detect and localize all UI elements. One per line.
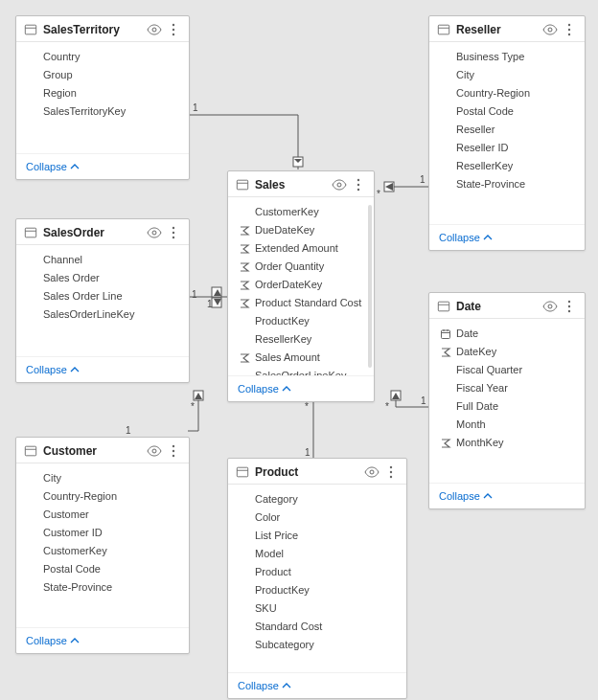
field-item[interactable]: ResellerKey [228, 330, 374, 349]
table-card-reseller[interactable]: Reseller Business Type City Country-Regi… [428, 15, 586, 251]
field-item[interactable]: Sales Order [16, 269, 189, 287]
field-item[interactable]: Reseller ID [429, 139, 585, 157]
collapse-link[interactable]: Collapse [26, 635, 80, 646]
field-item[interactable]: Month [429, 416, 585, 434]
more-options-icon[interactable] [166, 22, 181, 37]
svg-point-44 [172, 445, 174, 447]
field-item[interactable]: Channel [16, 251, 189, 269]
table-card-sales[interactable]: Sales CustomerKeyDueDateKeyExtended Amou… [227, 170, 375, 402]
field-item[interactable]: Country-Region [429, 84, 585, 102]
field-item[interactable]: Product [228, 563, 406, 581]
svg-point-16 [568, 24, 570, 26]
field-item[interactable]: Standard Cost [228, 618, 406, 636]
field-item[interactable]: DueDateKey [228, 221, 374, 239]
visibility-icon[interactable] [147, 443, 162, 459]
svg-point-27 [337, 183, 341, 187]
chevron-up-icon [282, 384, 291, 394]
field-item[interactable]: Group [16, 66, 189, 84]
svg-point-45 [172, 450, 174, 452]
scrollbar[interactable] [368, 205, 372, 368]
visibility-icon[interactable] [364, 464, 380, 480]
field-item[interactable]: ResellerKey [429, 157, 585, 175]
card-title: Customer [43, 444, 143, 458]
field-item[interactable]: Customer [16, 506, 189, 524]
field-item[interactable]: List Price [228, 527, 406, 545]
field-item[interactable]: Category [228, 490, 406, 508]
svg-point-28 [357, 179, 359, 181]
collapse-link[interactable]: Collapse [26, 161, 80, 172]
card-header: SalesOrder [16, 219, 189, 245]
field-item[interactable]: Country-Region [16, 487, 189, 506]
field-item[interactable]: Subcategory [228, 636, 406, 654]
field-item[interactable]: State-Province [429, 175, 585, 193]
collapse-link[interactable]: Collapse [439, 232, 493, 243]
field-item[interactable]: Fiscal Year [429, 379, 585, 397]
more-options-icon[interactable] [166, 225, 181, 240]
field-item[interactable]: Fiscal Quarter [429, 361, 585, 379]
sigma-icon [238, 260, 251, 274]
field-label: Full Date [456, 398, 498, 415]
model-canvas[interactable]: 1 * 1 * 1 1 1 * 1 * 1 * SalesTerritory C… [0, 0, 598, 700]
visibility-icon[interactable] [147, 22, 162, 37]
collapse-link[interactable]: Collapse [26, 364, 80, 375]
field-item[interactable]: Reseller [429, 121, 585, 139]
field-item[interactable]: ProductKey [228, 581, 406, 599]
svg-point-51 [390, 471, 392, 473]
field-item[interactable]: MonthKey [429, 434, 585, 452]
table-card-salesorder[interactable]: SalesOrder Channel Sales Order Sales Ord… [15, 218, 190, 383]
field-item[interactable]: State-Province [16, 578, 189, 597]
field-item[interactable]: OrderDateKey [228, 276, 374, 294]
field-item[interactable]: Color [228, 508, 406, 527]
visibility-icon[interactable] [542, 299, 558, 314]
field-item[interactable]: Sales Order Line [16, 287, 189, 305]
field-item[interactable]: City [429, 66, 585, 84]
field-item[interactable]: SalesOrderLineKey [228, 367, 374, 375]
field-item[interactable]: SKU [228, 599, 406, 618]
more-options-icon[interactable] [166, 443, 181, 459]
field-item[interactable]: Region [16, 84, 189, 102]
field-item[interactable]: SalesTerritoryKey [16, 102, 189, 121]
visibility-icon[interactable] [542, 22, 558, 37]
table-card-product[interactable]: Product Category Color List Price Model … [227, 458, 407, 699]
field-item[interactable]: Extended Amount [228, 239, 374, 258]
field-item[interactable]: Model [228, 545, 406, 563]
field-item[interactable]: City [16, 469, 189, 487]
svg-rect-4 [391, 391, 401, 400]
field-item[interactable]: DateKey [429, 343, 585, 361]
visibility-icon[interactable] [332, 177, 347, 192]
field-item[interactable]: Business Type [429, 48, 585, 66]
field-item[interactable]: CustomerKey [16, 542, 189, 560]
collapse-link[interactable]: Collapse [238, 383, 291, 395]
field-item[interactable]: SalesOrderLineKey [16, 305, 189, 324]
field-item[interactable]: Sales Amount [228, 349, 374, 367]
field-item[interactable]: Country [16, 48, 189, 66]
field-item[interactable]: Date [429, 325, 585, 343]
more-options-icon[interactable] [351, 177, 366, 192]
more-options-icon[interactable] [562, 299, 577, 314]
table-card-salesterritory[interactable]: SalesTerritory Country Group Region Sale… [15, 15, 190, 180]
svg-point-30 [357, 189, 359, 191]
card-body: Category Color List Price Model Product … [228, 485, 406, 672]
svg-rect-7 [25, 25, 35, 34]
field-item[interactable]: ProductKey [228, 312, 374, 330]
field-item[interactable]: Customer ID [16, 524, 189, 542]
field-item[interactable]: Postal Code [429, 102, 585, 121]
table-card-date[interactable]: Date DateDateKeyFiscal QuarterFiscal Yea… [428, 292, 586, 509]
field-item[interactable]: Product Standard Cost [228, 294, 374, 312]
visibility-icon[interactable] [147, 225, 162, 240]
calendar-icon [439, 327, 452, 341]
more-options-icon[interactable] [383, 464, 399, 480]
more-options-icon[interactable] [562, 22, 577, 37]
field-item[interactable]: Full Date [429, 397, 585, 416]
cardinality-label: * [377, 190, 380, 199]
collapse-link[interactable]: Collapse [439, 490, 493, 502]
field-item[interactable]: Postal Code [16, 560, 189, 578]
field-item[interactable]: CustomerKey [228, 203, 374, 221]
field-label: CustomerKey [255, 204, 319, 220]
field-item[interactable]: Order Quantity [228, 258, 374, 276]
svg-point-33 [548, 305, 552, 308]
collapse-link[interactable]: Collapse [238, 680, 291, 691]
svg-rect-1 [384, 182, 394, 192]
table-card-customer[interactable]: Customer City Country-Region Customer Cu… [15, 437, 190, 654]
field-label: OrderDateKey [255, 277, 322, 293]
